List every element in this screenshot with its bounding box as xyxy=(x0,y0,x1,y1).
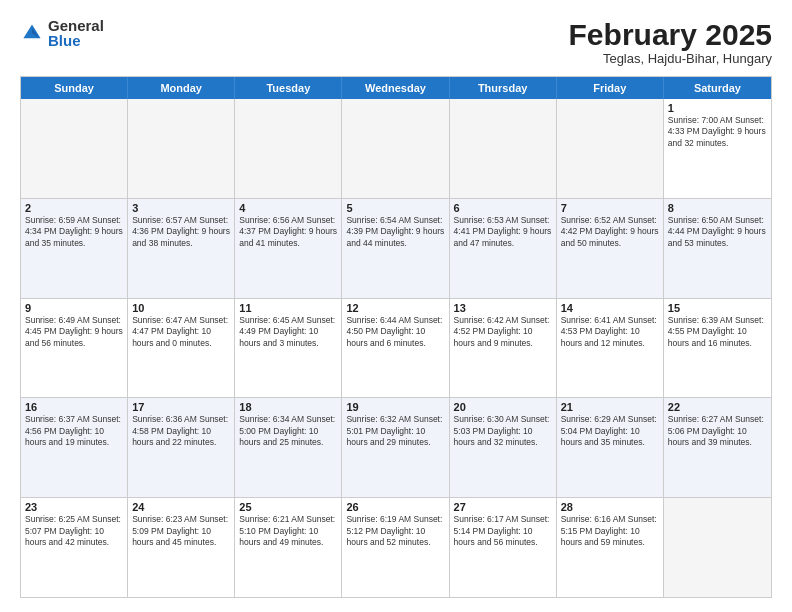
day-number: 11 xyxy=(239,302,337,314)
calendar-cell xyxy=(128,99,235,198)
calendar-cell: 8Sunrise: 6:50 AM Sunset: 4:44 PM Daylig… xyxy=(664,199,771,298)
logo: General Blue xyxy=(20,18,104,48)
header: General Blue February 2025 Teglas, Hajdu… xyxy=(20,18,772,66)
header-day: Friday xyxy=(557,77,664,99)
calendar-cell: 25Sunrise: 6:21 AM Sunset: 5:10 PM Dayli… xyxy=(235,498,342,597)
day-number: 18 xyxy=(239,401,337,413)
calendar-header: SundayMondayTuesdayWednesdayThursdayFrid… xyxy=(21,77,771,99)
calendar-cell: 26Sunrise: 6:19 AM Sunset: 5:12 PM Dayli… xyxy=(342,498,449,597)
header-day: Wednesday xyxy=(342,77,449,99)
day-info: Sunrise: 6:56 AM Sunset: 4:37 PM Dayligh… xyxy=(239,215,337,249)
day-info: Sunrise: 6:39 AM Sunset: 4:55 PM Dayligh… xyxy=(668,315,767,349)
day-number: 16 xyxy=(25,401,123,413)
header-day: Saturday xyxy=(664,77,771,99)
logo-icon xyxy=(20,21,44,45)
day-number: 1 xyxy=(668,102,767,114)
day-number: 19 xyxy=(346,401,444,413)
day-info: Sunrise: 6:53 AM Sunset: 4:41 PM Dayligh… xyxy=(454,215,552,249)
day-info: Sunrise: 6:50 AM Sunset: 4:44 PM Dayligh… xyxy=(668,215,767,249)
header-day: Thursday xyxy=(450,77,557,99)
day-number: 3 xyxy=(132,202,230,214)
day-info: Sunrise: 6:47 AM Sunset: 4:47 PM Dayligh… xyxy=(132,315,230,349)
calendar-row: 1Sunrise: 7:00 AM Sunset: 4:33 PM Daylig… xyxy=(21,99,771,198)
day-number: 28 xyxy=(561,501,659,513)
calendar-cell: 24Sunrise: 6:23 AM Sunset: 5:09 PM Dayli… xyxy=(128,498,235,597)
calendar-row: 16Sunrise: 6:37 AM Sunset: 4:56 PM Dayli… xyxy=(21,397,771,497)
day-number: 27 xyxy=(454,501,552,513)
day-info: Sunrise: 6:19 AM Sunset: 5:12 PM Dayligh… xyxy=(346,514,444,548)
calendar-cell: 15Sunrise: 6:39 AM Sunset: 4:55 PM Dayli… xyxy=(664,299,771,398)
day-info: Sunrise: 6:42 AM Sunset: 4:52 PM Dayligh… xyxy=(454,315,552,349)
day-number: 26 xyxy=(346,501,444,513)
day-info: Sunrise: 7:00 AM Sunset: 4:33 PM Dayligh… xyxy=(668,115,767,149)
calendar-cell: 18Sunrise: 6:34 AM Sunset: 5:00 PM Dayli… xyxy=(235,398,342,497)
day-info: Sunrise: 6:34 AM Sunset: 5:00 PM Dayligh… xyxy=(239,414,337,448)
calendar-row: 9Sunrise: 6:49 AM Sunset: 4:45 PM Daylig… xyxy=(21,298,771,398)
calendar-cell: 28Sunrise: 6:16 AM Sunset: 5:15 PM Dayli… xyxy=(557,498,664,597)
day-number: 9 xyxy=(25,302,123,314)
calendar-cell: 27Sunrise: 6:17 AM Sunset: 5:14 PM Dayli… xyxy=(450,498,557,597)
day-number: 25 xyxy=(239,501,337,513)
calendar-cell xyxy=(557,99,664,198)
day-number: 22 xyxy=(668,401,767,413)
calendar-cell xyxy=(664,498,771,597)
day-info: Sunrise: 6:44 AM Sunset: 4:50 PM Dayligh… xyxy=(346,315,444,349)
day-number: 12 xyxy=(346,302,444,314)
page: General Blue February 2025 Teglas, Hajdu… xyxy=(0,0,792,612)
calendar-cell xyxy=(450,99,557,198)
day-number: 2 xyxy=(25,202,123,214)
calendar-cell: 5Sunrise: 6:54 AM Sunset: 4:39 PM Daylig… xyxy=(342,199,449,298)
day-number: 8 xyxy=(668,202,767,214)
header-day: Sunday xyxy=(21,77,128,99)
day-info: Sunrise: 6:45 AM Sunset: 4:49 PM Dayligh… xyxy=(239,315,337,349)
day-info: Sunrise: 6:23 AM Sunset: 5:09 PM Dayligh… xyxy=(132,514,230,548)
day-info: Sunrise: 6:41 AM Sunset: 4:53 PM Dayligh… xyxy=(561,315,659,349)
header-day: Monday xyxy=(128,77,235,99)
header-day: Tuesday xyxy=(235,77,342,99)
calendar-cell: 20Sunrise: 6:30 AM Sunset: 5:03 PM Dayli… xyxy=(450,398,557,497)
day-info: Sunrise: 6:54 AM Sunset: 4:39 PM Dayligh… xyxy=(346,215,444,249)
calendar-cell: 2Sunrise: 6:59 AM Sunset: 4:34 PM Daylig… xyxy=(21,199,128,298)
calendar-cell: 17Sunrise: 6:36 AM Sunset: 4:58 PM Dayli… xyxy=(128,398,235,497)
calendar-cell: 22Sunrise: 6:27 AM Sunset: 5:06 PM Dayli… xyxy=(664,398,771,497)
day-number: 21 xyxy=(561,401,659,413)
day-info: Sunrise: 6:59 AM Sunset: 4:34 PM Dayligh… xyxy=(25,215,123,249)
calendar-cell: 16Sunrise: 6:37 AM Sunset: 4:56 PM Dayli… xyxy=(21,398,128,497)
calendar-cell xyxy=(342,99,449,198)
location: Teglas, Hajdu-Bihar, Hungary xyxy=(569,51,772,66)
calendar-cell: 9Sunrise: 6:49 AM Sunset: 4:45 PM Daylig… xyxy=(21,299,128,398)
calendar-cell: 12Sunrise: 6:44 AM Sunset: 4:50 PM Dayli… xyxy=(342,299,449,398)
calendar-cell: 23Sunrise: 6:25 AM Sunset: 5:07 PM Dayli… xyxy=(21,498,128,597)
calendar-cell: 13Sunrise: 6:42 AM Sunset: 4:52 PM Dayli… xyxy=(450,299,557,398)
month-title: February 2025 xyxy=(569,18,772,51)
calendar-cell: 11Sunrise: 6:45 AM Sunset: 4:49 PM Dayli… xyxy=(235,299,342,398)
day-number: 20 xyxy=(454,401,552,413)
day-number: 14 xyxy=(561,302,659,314)
logo-blue: Blue xyxy=(48,33,104,48)
day-number: 17 xyxy=(132,401,230,413)
calendar-cell: 1Sunrise: 7:00 AM Sunset: 4:33 PM Daylig… xyxy=(664,99,771,198)
calendar-cell: 10Sunrise: 6:47 AM Sunset: 4:47 PM Dayli… xyxy=(128,299,235,398)
calendar-cell: 14Sunrise: 6:41 AM Sunset: 4:53 PM Dayli… xyxy=(557,299,664,398)
day-number: 15 xyxy=(668,302,767,314)
day-info: Sunrise: 6:25 AM Sunset: 5:07 PM Dayligh… xyxy=(25,514,123,548)
day-info: Sunrise: 6:49 AM Sunset: 4:45 PM Dayligh… xyxy=(25,315,123,349)
day-number: 23 xyxy=(25,501,123,513)
day-info: Sunrise: 6:57 AM Sunset: 4:36 PM Dayligh… xyxy=(132,215,230,249)
calendar-cell: 7Sunrise: 6:52 AM Sunset: 4:42 PM Daylig… xyxy=(557,199,664,298)
day-number: 13 xyxy=(454,302,552,314)
day-info: Sunrise: 6:21 AM Sunset: 5:10 PM Dayligh… xyxy=(239,514,337,548)
day-info: Sunrise: 6:52 AM Sunset: 4:42 PM Dayligh… xyxy=(561,215,659,249)
calendar-cell: 3Sunrise: 6:57 AM Sunset: 4:36 PM Daylig… xyxy=(128,199,235,298)
day-info: Sunrise: 6:16 AM Sunset: 5:15 PM Dayligh… xyxy=(561,514,659,548)
calendar-body: 1Sunrise: 7:00 AM Sunset: 4:33 PM Daylig… xyxy=(21,99,771,597)
calendar-cell: 4Sunrise: 6:56 AM Sunset: 4:37 PM Daylig… xyxy=(235,199,342,298)
day-info: Sunrise: 6:29 AM Sunset: 5:04 PM Dayligh… xyxy=(561,414,659,448)
day-info: Sunrise: 6:36 AM Sunset: 4:58 PM Dayligh… xyxy=(132,414,230,448)
calendar: SundayMondayTuesdayWednesdayThursdayFrid… xyxy=(20,76,772,598)
day-number: 7 xyxy=(561,202,659,214)
day-number: 10 xyxy=(132,302,230,314)
day-info: Sunrise: 6:17 AM Sunset: 5:14 PM Dayligh… xyxy=(454,514,552,548)
calendar-row: 23Sunrise: 6:25 AM Sunset: 5:07 PM Dayli… xyxy=(21,497,771,597)
logo-text: General Blue xyxy=(48,18,104,48)
